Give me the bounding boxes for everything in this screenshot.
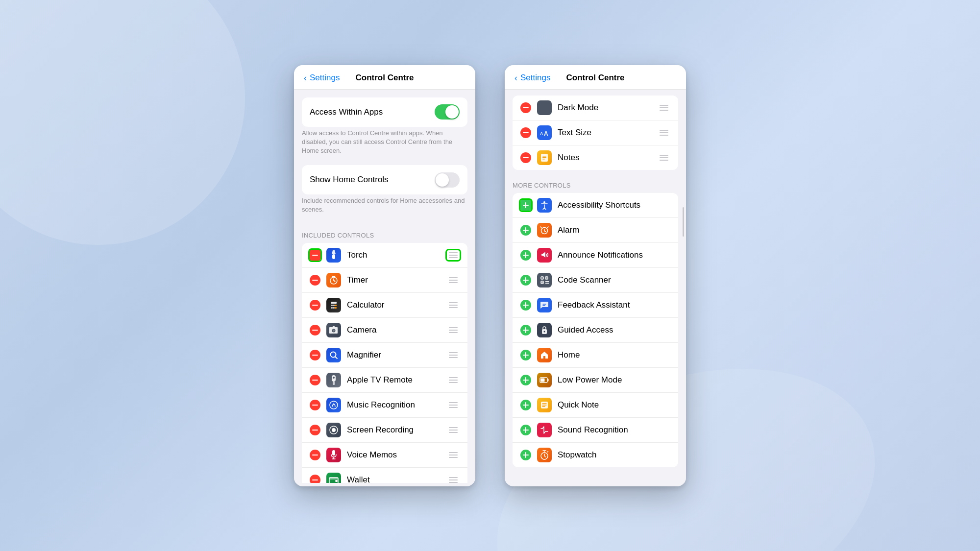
remove-wallet-button[interactable] [310, 475, 320, 482]
left-phone: ‹ Settings Control Centre Access Within … [294, 65, 475, 486]
voicememos-drag-handle[interactable] [447, 450, 460, 460]
add-codescanner-button[interactable] [520, 275, 531, 286]
remove-magnifier-button[interactable] [310, 350, 320, 360]
add-soundrecog-icon [523, 427, 529, 433]
svg-rect-3 [331, 305, 333, 306]
svg-rect-28 [542, 156, 546, 157]
svg-rect-7 [333, 307, 335, 309]
svg-rect-13 [333, 382, 335, 385]
right-scrollbar [683, 207, 684, 237]
timer-icon [326, 273, 341, 287]
add-accessibility-button[interactable] [520, 200, 531, 211]
add-accessibility-icon [523, 202, 529, 208]
codescanner-label: Code Scanner [558, 275, 670, 285]
remove-torch-button[interactable] [310, 250, 320, 261]
remove-darkmode-button[interactable] [520, 102, 531, 113]
music-drag-handle[interactable] [447, 400, 460, 410]
add-feedback-button[interactable] [520, 300, 531, 311]
add-announce-button[interactable] [520, 250, 531, 261]
alarm-label: Alarm [558, 225, 670, 235]
remove-appletv-button[interactable] [310, 375, 320, 385]
music-label: Music Recognition [347, 400, 447, 410]
right-phone: ‹ Settings Control Centre [505, 65, 686, 486]
camera-drag-handle[interactable] [447, 325, 460, 335]
svg-text:A: A [540, 131, 543, 136]
timer-drag-handle[interactable] [447, 275, 460, 285]
add-home-button[interactable] [520, 350, 531, 360]
right-nav-title: Control Centre [566, 73, 625, 83]
add-guidedaccess-button[interactable] [520, 325, 531, 335]
right-back-button[interactable]: ‹ Settings [514, 73, 550, 83]
wallet-icon [326, 473, 341, 482]
list-item-lowpower: Low Power Mode [513, 367, 678, 392]
list-item-feedback: Feedback Assistant [513, 292, 678, 317]
remove-calculator-button[interactable] [310, 300, 320, 311]
stopwatch-label: Stopwatch [558, 450, 670, 460]
home-controls-section: Show Home Controls [302, 165, 467, 194]
remove-screenrecord-button[interactable] [310, 425, 320, 435]
home-controls-desc: Include recommended controls for Home ac… [294, 194, 475, 220]
remove-camera-button[interactable] [310, 325, 320, 335]
torch-label: Torch [347, 250, 447, 260]
remove-notes-button[interactable] [520, 152, 531, 163]
magnifier-drag-handle[interactable] [447, 350, 460, 360]
add-stopwatch-button[interactable] [520, 450, 531, 460]
svg-rect-40 [545, 283, 549, 284]
list-item-alarm: Alarm [513, 217, 678, 242]
list-item-timer: Timer [302, 267, 467, 292]
add-lowpower-button[interactable] [520, 375, 531, 385]
screenrecord-drag-handle[interactable] [447, 425, 460, 435]
remove-timer-button[interactable] [310, 275, 320, 286]
appletv-drag-handle[interactable] [447, 375, 460, 385]
darkmode-drag-handle[interactable] [658, 103, 670, 113]
lowpower-label: Low Power Mode [558, 375, 670, 385]
add-home-icon [523, 352, 529, 358]
list-item-darkmode: Dark Mode [513, 96, 678, 120]
svg-point-16 [333, 404, 335, 405]
remove-music-button[interactable] [310, 400, 320, 410]
add-alarm-button[interactable] [520, 225, 531, 236]
wallet-drag-handle[interactable] [447, 475, 460, 482]
add-feedback-icon [523, 302, 529, 308]
guidedaccess-label: Guided Access [558, 325, 670, 335]
right-content: Dark Mode A A [505, 90, 686, 483]
list-item-voicememos: Voice Memos [302, 442, 467, 467]
show-home-controls-row: Show Home Controls [302, 165, 467, 194]
access-section: Access Within Apps [302, 97, 467, 127]
more-controls-list: Accessibility Shortcuts Alarm [513, 193, 678, 467]
screenrecord-label: Screen Recording [347, 425, 447, 435]
list-item-soundrecog: Sound Recognition [513, 417, 678, 442]
svg-rect-44 [547, 379, 549, 381]
phones-container: ‹ Settings Control Centre Access Within … [294, 65, 686, 486]
home-controls-toggle[interactable] [435, 172, 460, 188]
notes-drag-handle[interactable] [658, 153, 670, 163]
svg-point-10 [333, 330, 335, 332]
appletv-icon [326, 373, 341, 387]
svg-text:A: A [544, 130, 548, 137]
add-alarm-icon [523, 227, 529, 233]
wallet-label: Wallet [347, 475, 447, 482]
add-quicknote-button[interactable] [520, 400, 531, 410]
torch-drag-handle[interactable] [447, 250, 460, 260]
included-controls-header: INCLUDED CONTROLS [294, 220, 475, 243]
add-lowpower-icon [523, 377, 529, 383]
list-item-textsize: A A Text Size [513, 120, 678, 145]
announce-label: Announce Notifications [558, 250, 670, 260]
calculator-drag-handle[interactable] [447, 300, 460, 310]
remove-textsize-button[interactable] [520, 127, 531, 138]
codescanner-icon [537, 273, 552, 287]
add-guidedaccess-icon [523, 327, 529, 333]
svg-point-14 [333, 377, 335, 379]
calculator-label: Calculator [347, 300, 447, 310]
left-nav-title: Control Centre [356, 73, 414, 83]
remove-voicememos-button[interactable] [310, 450, 320, 460]
access-toggle[interactable] [435, 104, 460, 120]
add-soundrecog-button[interactable] [520, 425, 531, 435]
textsize-drag-handle[interactable] [658, 128, 670, 138]
svg-point-18 [332, 428, 336, 432]
svg-rect-39 [545, 281, 549, 282]
left-back-button[interactable]: ‹ Settings [304, 73, 340, 83]
calculator-icon [326, 298, 341, 312]
svg-rect-5 [335, 305, 337, 306]
voicememos-label: Voice Memos [347, 450, 447, 460]
